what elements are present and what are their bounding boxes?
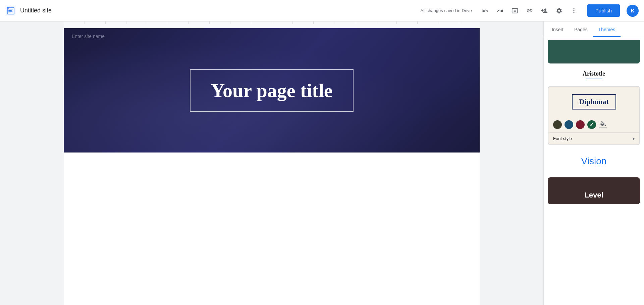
font-style-label: Font style	[553, 136, 572, 141]
color-swatch-blue[interactable]	[565, 120, 573, 129]
svg-rect-4	[8, 11, 12, 12]
theme-level-card[interactable]: Level	[548, 177, 640, 204]
svg-text:G: G	[8, 7, 9, 9]
themes-list: Aristotle Diplomat ✓	[544, 37, 644, 305]
sidebar: Insert Pages Themes Aristotle Diplomat	[543, 21, 644, 305]
theme-aristotle-title: Aristotle	[548, 66, 640, 79]
title-box[interactable]: Your page title	[190, 69, 353, 112]
tab-themes[interactable]: Themes	[593, 21, 621, 37]
diplomat-preview: Diplomat	[548, 87, 639, 117]
theme-level-title: Level	[584, 191, 603, 200]
svg-point-8	[573, 10, 574, 11]
paint-bucket-button[interactable]	[599, 120, 607, 129]
redo-button[interactable]	[493, 4, 507, 17]
ruler	[64, 21, 480, 28]
svg-point-7	[573, 8, 574, 9]
diplomat-title: Diplomat	[572, 94, 616, 110]
canvas-area: Enter site name Your page title	[0, 21, 543, 305]
theme-diplomat-card[interactable]: Diplomat ✓ Font style	[548, 86, 640, 145]
settings-button[interactable]	[552, 4, 566, 17]
tab-insert[interactable]: Insert	[546, 21, 569, 37]
sidebar-tabs: Insert Pages Themes	[544, 21, 644, 37]
theme-vision-card[interactable]: Vision	[548, 148, 640, 175]
undo-button[interactable]	[479, 4, 492, 17]
theme-vision-title: Vision	[581, 156, 607, 167]
svg-rect-3	[8, 10, 12, 11]
chevron-down-icon: ▾	[633, 136, 635, 141]
page-title[interactable]: Your page title	[211, 79, 332, 102]
color-swatch-dark[interactable]	[553, 120, 562, 129]
site-title[interactable]: Untitled site	[20, 7, 417, 14]
svg-point-9	[573, 12, 574, 13]
color-swatch-green[interactable]: ✓	[587, 120, 596, 129]
app-logo: G	[5, 5, 16, 16]
theme-aristotle-underline	[586, 79, 602, 79]
theme-aristotle-partial	[548, 40, 640, 63]
font-style-dropdown[interactable]: Font style ▾	[548, 132, 639, 144]
site-name-input[interactable]: Enter site name	[72, 34, 105, 39]
color-swatch-red[interactable]	[576, 120, 585, 129]
topbar: G Untitled site All changes saved in Dri…	[0, 0, 644, 21]
publish-button[interactable]: Publish	[587, 4, 620, 17]
theme-aristotle-label-area[interactable]: Aristotle	[544, 63, 644, 83]
toolbar-icons	[479, 4, 581, 17]
add-user-button[interactable]	[538, 4, 551, 17]
link-button[interactable]	[523, 4, 536, 17]
preview-button[interactable]	[508, 4, 522, 17]
tab-pages[interactable]: Pages	[569, 21, 593, 37]
more-options-button[interactable]	[567, 4, 581, 17]
save-status: All changes saved in Drive	[421, 8, 472, 13]
hero-section[interactable]: Enter site name Your page title	[64, 28, 480, 152]
content-section[interactable]	[64, 152, 480, 305]
main-layout: Enter site name Your page title Insert P…	[0, 21, 644, 305]
avatar[interactable]: K	[627, 5, 639, 17]
site-canvas: Enter site name Your page title	[64, 28, 480, 305]
diplomat-colors: ✓	[548, 117, 639, 132]
